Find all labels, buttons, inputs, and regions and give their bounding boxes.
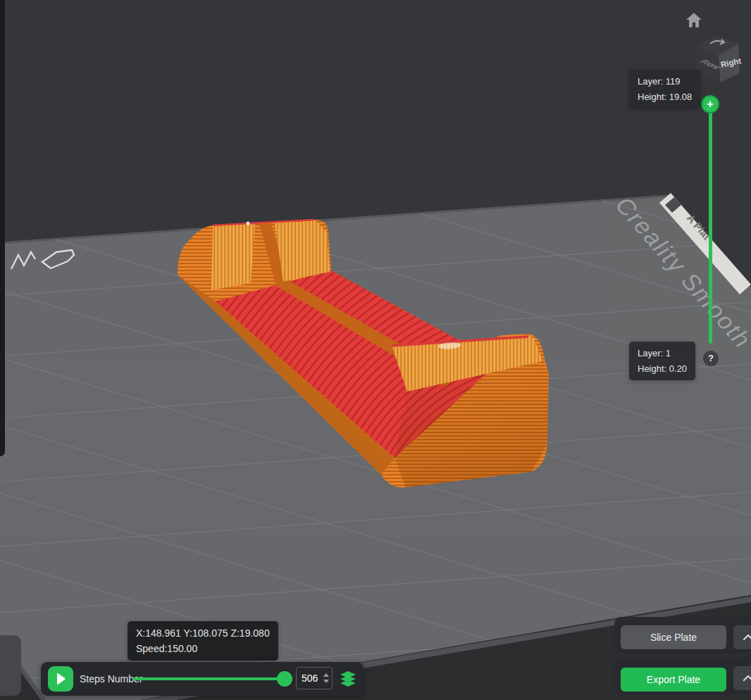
home-icon — [686, 13, 702, 27]
export-plate-button[interactable]: Export Plate — [621, 668, 726, 692]
steps-slider-knob[interactable] — [277, 671, 292, 687]
steps-value-box — [296, 667, 333, 689]
chevron-up-icon — [743, 675, 751, 682]
spinner-down-icon[interactable] — [323, 680, 329, 683]
steps-value-input[interactable] — [302, 673, 323, 684]
back-block-top-right — [275, 220, 330, 282]
steps-spinner[interactable] — [323, 673, 329, 683]
export-collapse-button[interactable] — [733, 666, 751, 690]
viewport: Creality Smooth A Plat — [0, 0, 751, 700]
slice-collapse-button[interactable] — [733, 625, 751, 649]
question-icon: ? — [708, 353, 714, 363]
layers-view-button[interactable] — [340, 670, 356, 687]
bottom-left-panel — [0, 635, 21, 696]
export-panel: Export Plate — [613, 658, 751, 694]
position-coords: X:148.961 Y:108.075 Z:19.080 — [136, 628, 270, 638]
layer-slider-handle[interactable]: + — [701, 95, 719, 113]
home-button[interactable] — [684, 10, 704, 30]
slice-panel: Slice Plate — [614, 617, 751, 654]
top-layer-text: Layer: 119 — [638, 77, 692, 86]
layers-icon — [340, 671, 356, 687]
plus-icon: + — [707, 98, 713, 110]
steps-slider[interactable] — [132, 677, 285, 680]
position-tooltip: X:148.961 Y:108.075 Z:19.080 Speed:150.0… — [128, 621, 278, 661]
position-speed: Speed:150.00 — [136, 644, 270, 654]
top-height-text: Height: 19.08 — [638, 92, 692, 101]
play-button[interactable] — [48, 666, 73, 692]
bottom-layer-text: Layer: 1 — [638, 349, 687, 358]
layer-bottom-tooltip: Layer: 1 Height: 0.20 — [629, 342, 695, 380]
collapsed-left-panel-edge — [0, 0, 5, 456]
play-icon — [56, 673, 66, 685]
spinner-up-icon[interactable] — [323, 673, 329, 677]
seam-dot — [247, 222, 250, 225]
steps-toolbar: Steps Number — [41, 662, 364, 696]
chevron-up-icon — [743, 634, 751, 641]
back-block-top-left — [211, 223, 255, 290]
help-button[interactable]: ? — [703, 351, 719, 366]
slice-plate-button[interactable]: Slice Plate — [621, 625, 726, 649]
bottom-height-text: Height: 0.20 — [638, 364, 687, 373]
layer-top-tooltip: Layer: 119 Height: 19.08 — [629, 70, 700, 108]
layer-slider-track[interactable] — [709, 107, 712, 344]
